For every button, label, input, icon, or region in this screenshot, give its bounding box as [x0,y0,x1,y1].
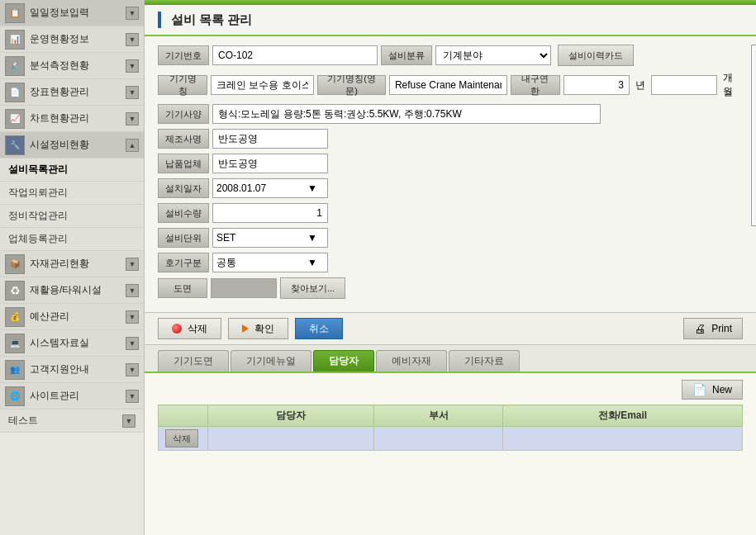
site-icon: 🌐 [5,386,25,406]
sidebar-arrow-10[interactable]: ▼ [126,363,139,376]
button-card[interactable]: 설비이력카드 [558,45,634,66]
form-row-7: 설비수량 [158,203,743,223]
row-manager-cell[interactable] [208,427,374,451]
tab-manual[interactable]: 기기메뉴얼 [231,350,311,372]
row-delete-button[interactable]: 삭제 [165,429,198,447]
sidebar-label-settings: 시설정비현황 [30,138,126,152]
row-contact-cell[interactable] [502,427,742,451]
new-button[interactable]: 📄 New [682,380,743,400]
sidebar-arrow-9[interactable]: ▼ [126,337,139,350]
label-zone: 호기구분 [158,253,209,272]
sidebar-arrow-2[interactable]: ▼ [126,59,139,73]
sidebar-item-daily-input[interactable]: 📋 일일정보입력 ▼ [0,0,144,26]
select-category[interactable]: 기계분야 [435,45,551,65]
sidebar-arrow-8[interactable]: ▼ [126,310,139,324]
page-header-icon [158,12,161,28]
input-spec[interactable] [212,104,601,124]
input-durability[interactable] [563,75,630,95]
system-icon: 💻 [5,334,25,353]
sidebar-arrow-5[interactable]: ▲ [126,139,139,152]
main-content: 설비 목록 관리 기기번호 설비분류 기계분야 설비이력카드 기기명칭 [145,0,756,535]
page-title: 설비 목록 관리 [171,12,252,28]
input-durability-months[interactable] [651,75,717,95]
analysis-icon: 🔬 [5,56,25,76]
input-quantity[interactable] [212,203,328,223]
delete-button[interactable]: 삭제 [158,318,221,339]
input-device-number[interactable] [212,45,378,65]
sidebar-item-site[interactable]: 🌐 사이트관리 ▼ [0,383,144,410]
sidebar-arrow-11[interactable]: ▼ [126,390,139,403]
sidebar-item-display[interactable]: 📄 장표현황관리 ▼ [0,79,144,106]
table-toolbar: 📄 New [158,380,743,400]
sidebar-text-company[interactable]: 업체등록관리 [0,228,144,251]
input-device-name[interactable] [211,75,314,95]
form-area: 기기번호 설비분류 기계분야 설비이력카드 기기명칭 기기명칭(영문) 내구연한 [145,36,756,313]
confirm-button[interactable]: 확인 [228,318,288,339]
sidebar-arrow-4[interactable]: ▼ [126,112,139,125]
label-unit: 설비단위 [158,228,209,248]
table-head: 담당자 부서 전화/Email [159,405,743,427]
sidebar-item-budget[interactable]: 💰 예산관리 ▼ [0,304,144,330]
sidebar-item-recycle[interactable]: ♻ 재활용/타워시설 ▼ [0,277,144,304]
col-header-contact: 전화/Email [502,405,742,427]
cancel-button[interactable]: 취소 [295,318,343,339]
table-row[interactable]: 삭제 [159,427,743,451]
tab-parts[interactable]: 예비자재 [376,350,447,372]
calendar-icon[interactable]: ▼ [307,182,317,194]
input-install-date[interactable] [216,182,307,194]
col-header-department: 부서 [374,405,503,427]
unit-dropdown-icon[interactable]: ▼ [307,232,317,244]
sidebar-arrow-7[interactable]: ▼ [126,284,139,297]
row-action-cell: 삭제 [159,427,208,451]
sidebar-arrow-3[interactable]: ▼ [126,86,139,99]
input-supplier[interactable] [212,154,328,173]
sidebar-text-workorder[interactable]: 작업의뢰관리 [0,182,144,205]
sidebar-arrow-test[interactable]: ▼ [122,414,136,428]
button-browse[interactable]: 찾아보기... [280,277,345,299]
input-maker[interactable] [212,129,328,149]
form-fields: 기기번호 설비분류 기계분야 설비이력카드 기기명칭 기기명칭(영문) 내구연한 [158,45,743,304]
sidebar-label-budget: 예산관리 [30,310,126,324]
zone-dropdown-icon[interactable]: ▼ [307,257,317,268]
confirm-icon [242,324,249,333]
sidebar-label-operation: 운영현황정보 [30,32,126,46]
sidebar-item-settings[interactable]: 🔧 시설정비현황 ▲ [0,132,144,159]
row-department-cell[interactable] [374,427,503,451]
label-device-name: 기기명칭 [158,75,207,95]
tab-drawing[interactable]: 기기도면 [158,350,229,372]
tab-manager[interactable]: 담당자 [313,350,374,372]
sidebar-item-chart[interactable]: 📈 차트현황관리 ▼ [0,106,144,132]
label-supplier: 납품업체 [158,154,209,173]
input-unit[interactable] [216,232,307,244]
tab-bar: 기기도면 기기메뉴얼 담당자 예비자재 기타자료 [145,345,756,372]
form-row-1: 기기번호 설비분류 기계분야 설비이력카드 [158,45,743,66]
sidebar-item-customer[interactable]: 👥 고객지원안내 ▼ [0,357,144,383]
sidebar-item-system[interactable]: 💻 시스템자료실 ▼ [0,330,144,357]
sidebar-item-analysis[interactable]: 🔬 분석측정현황 ▼ [0,53,144,79]
sidebar-item-asset[interactable]: 📦 자재관리현황 ▼ [0,251,144,277]
form-content: 기기번호 설비분류 기계분야 설비이력카드 기기명칭 기기명칭(영문) 내구연한 [158,45,743,304]
tab-other[interactable]: 기타자료 [449,350,520,372]
print-button[interactable]: 🖨 Print [683,318,743,339]
page-header: 설비 목록 관리 [145,5,756,36]
sidebar-text-equipment[interactable]: 설비목록관리 [0,159,144,182]
input-device-name-en[interactable] [389,75,507,95]
sidebar-arrow-6[interactable]: ▼ [126,258,139,271]
sidebar-arrow-1[interactable]: ▼ [126,33,139,46]
action-bar: 삭제 확인 취소 🖨 Print [145,313,756,345]
form-row-6: 설치일자 ▼ [158,178,743,198]
display-icon: 📄 [5,83,25,102]
durability-unit2: 개월 [720,71,743,99]
input-zone[interactable] [216,257,307,268]
sidebar-label-asset: 자재관리현황 [30,257,126,271]
new-icon: 📄 [692,383,706,396]
durability-unit1: 년 [633,78,648,92]
sidebar-text-maintenance[interactable]: 정비작업관리 [0,205,144,228]
sidebar-text-test[interactable]: 테스트 ▼ [0,410,144,433]
sidebar-label-customer: 고객지원안내 [30,362,126,376]
customer-icon: 👥 [5,360,25,380]
form-row-9: 호기구분 ▼ [158,253,743,272]
sidebar-item-operation[interactable]: 📊 운영현황정보 ▼ [0,26,144,53]
label-device-number: 기기번호 [158,45,209,65]
sidebar-arrow-0[interactable]: ▼ [126,7,139,20]
